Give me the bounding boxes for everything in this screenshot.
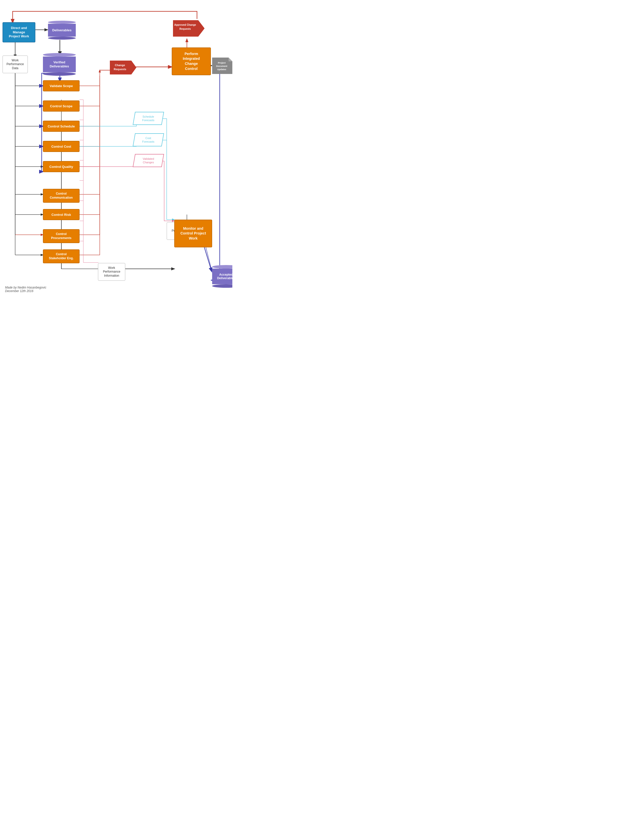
validate-scope-label: Validate Scope [50,84,73,88]
validate-scope-box: Validate Scope [43,80,80,92]
change-requests-shape: Change Requests [110,61,136,74]
perform-integrated-label: Perform Integrated Change Control [183,51,200,71]
work-performance-data-box: Work Performance Data [3,56,28,73]
schedule-forecasts-label: Schedule Forecasts [142,115,154,122]
control-risk-label: Control Risk [52,213,71,217]
cost-forecasts-box: Cost Forecasts [133,133,164,146]
footer-line1: Made by Nedim Hasanbegovic [5,286,46,289]
schedule-forecasts-box: Schedule Forecasts [133,112,164,125]
svg-marker-27 [229,58,232,61]
work-performance-info-box: Work Performance Information [98,263,125,281]
connectors-svg [0,0,232,301]
monitor-control-label: Monitor and Control Project Work [180,226,206,241]
project-document-updates-shape: Project Document Updates [212,58,232,74]
control-schedule-label: Control Schedule [48,124,75,128]
cost-forecasts-label: Cost Forecasts [142,136,154,144]
wpd-label: Work Performance Data [6,59,24,71]
svg-text:Requests: Requests [114,68,126,71]
control-quality-label: Control Quality [50,165,73,169]
control-stakeholder-box: Control Stakeholder Eng. [43,249,80,263]
wpi-label: Work Performance Information [103,266,121,278]
svg-text:Requests: Requests [179,27,191,30]
direct-manage-box: Direct and Manage Project Work [3,22,35,42]
svg-text:Approved Change: Approved Change [174,24,196,26]
deliverables-label: Deliverables [52,28,72,32]
deliverables-cylinder: Deliverables [48,21,76,40]
verified-deliverables-cylinder: Verified Deliverables [43,53,76,76]
accepted-deliverables-label: Accepted Deliverables [217,272,232,281]
footer-line2: December 12th 2016 [5,289,46,293]
approved-change-requests-shape: Approved Change Requests [173,20,204,37]
control-stakeholder-label: Control Stakeholder Eng. [49,252,74,260]
control-procurements-label: Control Procurements [51,232,71,240]
control-scope-label: Control Scope [50,104,72,108]
svg-text:Change: Change [115,64,125,67]
validated-changes-box: Validated Changes [133,154,164,167]
control-quality-box: Control Quality [43,161,80,172]
control-cost-label: Control Cost [51,145,71,148]
monitor-control-box: Monitor and Control Project Work [174,220,212,248]
svg-text:Updates: Updates [217,68,226,71]
control-procurements-box: Control Procurements [43,229,80,243]
diagram-container: Direct and Manage Project Work Deliverab… [0,0,232,301]
svg-text:Project: Project [218,61,226,64]
control-communication-box: Control Communication [43,189,80,203]
control-schedule-box: Control Schedule [43,121,80,132]
control-communication-label: Control Communication [50,192,73,199]
svg-text:Document: Document [216,65,227,68]
validated-changes-label: Validated Changes [143,157,154,164]
perform-integrated-box: Perform Integrated Change Control [172,47,211,75]
direct-manage-label: Direct and Manage Project Work [9,26,29,39]
accepted-deliverables-cylinder: Accepted Deliverables [212,265,232,288]
control-scope-box: Control Scope [43,100,80,112]
control-risk-box: Control Risk [43,209,80,220]
control-cost-box: Control Cost [43,141,80,152]
footer: Made by Nedim Hasanbegovic December 12th… [5,286,46,293]
verified-deliverables-label: Verified Deliverables [50,60,69,68]
